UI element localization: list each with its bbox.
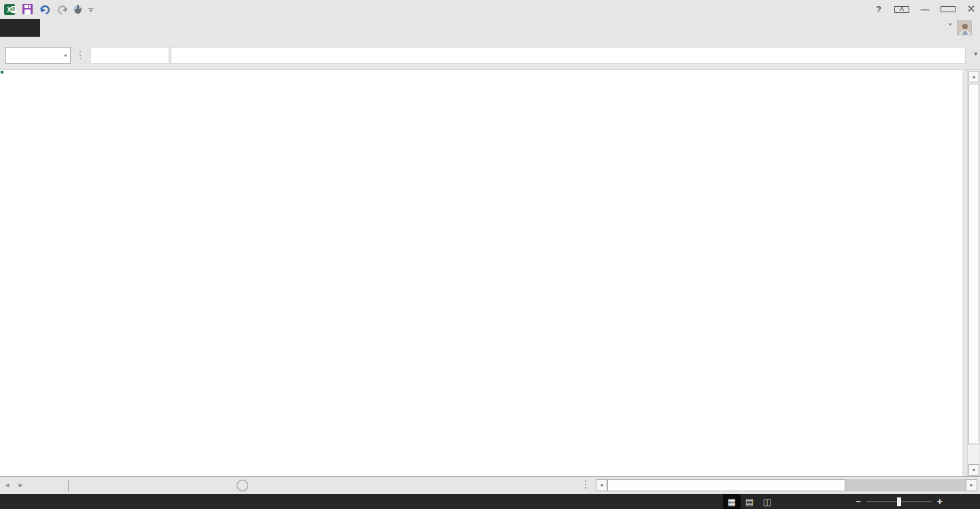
ribbon-tab-strip: ▾ <box>0 19 980 38</box>
status-bar: ▦ ▤ ◫ − + <box>0 494 980 509</box>
ribbon-display-icon[interactable]: ˄ <box>894 4 909 14</box>
fill-handle[interactable] <box>0 70 4 74</box>
scroll-left-icon[interactable]: ◂ <box>596 479 607 491</box>
normal-view-icon[interactable]: ▦ <box>723 494 741 509</box>
quick-access-toolbar: X ▾ ▾ ▾ —▾ <box>4 1 94 18</box>
formula-bar-expand-icon[interactable]: ▾ <box>974 50 977 57</box>
zoom-out-icon[interactable]: − <box>856 496 861 507</box>
sheet-nav-left-icon[interactable]: ◂ <box>5 480 10 489</box>
scroll-down-icon[interactable]: ▾ <box>968 464 979 476</box>
formula-buttons <box>90 47 169 64</box>
name-box-dropdown-icon[interactable]: ▾ <box>64 53 67 59</box>
redo-button[interactable]: ▾ <box>56 5 67 14</box>
formula-bar: ▾ ▾ <box>0 38 980 70</box>
maximize-icon[interactable] <box>941 4 956 14</box>
page-break-view-icon[interactable]: ◫ <box>758 494 776 509</box>
minimize-icon[interactable]: — <box>917 4 932 14</box>
zoom-in-icon[interactable]: + <box>937 496 943 507</box>
active-cell-selection[interactable] <box>0 70 3 73</box>
window-controls: ? ˄ — ✕ <box>871 1 979 16</box>
vertical-scrollbar[interactable]: ▴ ▾ <box>967 70 979 476</box>
zoom-slider-thumb[interactable] <box>897 497 901 506</box>
undo-button[interactable]: ▾ <box>39 5 50 14</box>
name-box[interactable]: ▾ <box>5 47 71 64</box>
close-icon[interactable]: ✕ <box>964 3 979 15</box>
help-icon[interactable]: ? <box>871 4 886 14</box>
vertical-scroll-thumb[interactable] <box>968 84 979 444</box>
title-bar: X ▾ ▾ ▾ —▾ ? ˄ — ✕ <box>0 0 980 19</box>
page-layout-view-icon[interactable]: ▤ <box>741 494 758 509</box>
horizontal-scrollbar[interactable]: ◂ ▸ <box>596 479 977 491</box>
zoom-slider[interactable] <box>866 502 932 502</box>
user-avatar[interactable] <box>957 20 972 35</box>
tab-file[interactable] <box>0 19 40 37</box>
spreadsheet-grid[interactable] <box>0 70 962 476</box>
account-dropdown-icon: ▾ <box>949 22 951 27</box>
view-shortcuts: ▦ ▤ ◫ <box>723 494 776 509</box>
formula-bar-separator <box>80 51 81 59</box>
hscroll-separator <box>585 480 586 489</box>
save-button[interactable] <box>22 4 33 15</box>
scroll-right-icon[interactable]: ▸ <box>966 479 977 491</box>
formula-input[interactable] <box>171 47 966 64</box>
touch-mode-button[interactable]: ▾ <box>73 4 82 15</box>
sheet-nav: ◂ ▸ <box>5 480 22 489</box>
sheet-nav-right-icon[interactable]: ▸ <box>19 480 23 489</box>
svg-text:X: X <box>7 5 12 14</box>
scroll-up-icon[interactable]: ▴ <box>968 71 979 82</box>
zoom-control: − + <box>856 494 943 509</box>
account-control[interactable]: ▾ <box>945 22 951 27</box>
sheet-tab-separator <box>68 480 69 492</box>
add-sheet-icon[interactable] <box>237 480 248 491</box>
horizontal-scroll-thumb[interactable] <box>607 479 845 491</box>
horizontal-scroll-track[interactable] <box>607 479 966 491</box>
customize-qat-button[interactable]: —▾ <box>88 7 94 12</box>
excel-icon: X <box>4 3 16 16</box>
sheet-tab-bar: ◂ ▸ ◂ ▸ <box>0 476 980 494</box>
